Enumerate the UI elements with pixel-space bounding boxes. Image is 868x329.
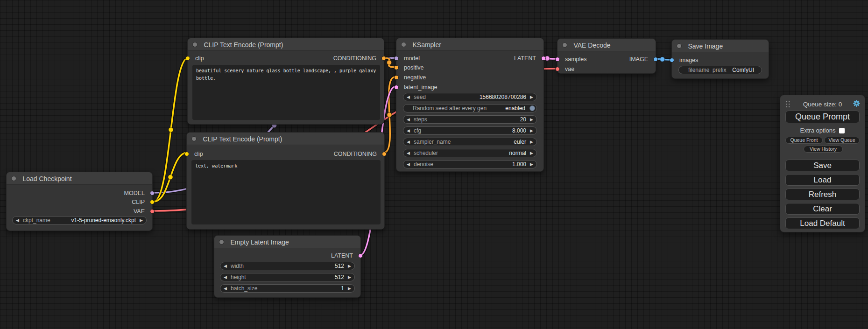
images-input-port[interactable]	[670, 58, 674, 63]
filename-prefix-widget[interactable]: filename_prefix ComfyUI	[678, 66, 762, 74]
node-title: Save Image	[688, 42, 723, 50]
increment-arrow-icon[interactable]: ▶	[530, 138, 533, 146]
collapse-dot-icon[interactable]	[401, 42, 406, 47]
decrement-arrow-icon[interactable]: ◀	[224, 262, 227, 270]
steps-widget[interactable]: ◀ steps 20 ▶	[403, 115, 537, 124]
model-output-port[interactable]	[150, 191, 155, 196]
node-header[interactable]: KSampler	[396, 38, 543, 51]
node-header[interactable]: CLIP Text Encode (Prompt)	[188, 38, 384, 51]
refresh-button[interactable]: Refresh	[785, 189, 860, 200]
node-title: KSampler	[412, 41, 441, 49]
view-history-button[interactable]: View History	[804, 146, 843, 153]
increment-arrow-icon[interactable]: ▶	[140, 217, 143, 224]
settings-gear-icon[interactable]	[853, 99, 861, 107]
cfg-widget[interactable]: ◀ cfg 8.000 ▶	[403, 126, 537, 135]
decrement-arrow-icon[interactable]: ◀	[407, 149, 410, 157]
queue-front-button[interactable]: Queue Front	[785, 137, 823, 144]
node-title: CLIP Text Encode (Prompt)	[204, 41, 283, 49]
positive-prompt-textarea[interactable]: beautiful scenery nature glass bottle la…	[192, 65, 380, 120]
denoise-widget[interactable]: ◀ denoise 1.000 ▶	[403, 160, 537, 168]
input-label-latent-image: latent_image	[404, 84, 438, 91]
node-load-checkpoint[interactable]: Load Checkpoint MODEL CLIP VAE ◀ ckpt_na…	[6, 172, 153, 231]
clip-output-port[interactable]	[150, 200, 155, 204]
collapse-dot-icon[interactable]	[191, 136, 197, 141]
vae-input-port[interactable]	[555, 67, 560, 71]
node-header[interactable]: Load Checkpoint	[7, 172, 152, 185]
latent-output-port[interactable]	[358, 253, 363, 258]
increment-arrow-icon[interactable]: ▶	[348, 262, 351, 270]
height-widget[interactable]: ◀ height 512 ▶	[220, 273, 355, 281]
output-label-vae: VAE	[134, 208, 145, 215]
extra-options-checkbox[interactable]	[839, 128, 845, 133]
negative-prompt-textarea[interactable]: text, watermark	[191, 160, 381, 224]
collapse-dot-icon[interactable]	[219, 239, 224, 245]
conditioning-output-port[interactable]	[382, 152, 387, 156]
increment-arrow-icon[interactable]: ▶	[530, 149, 533, 157]
image-output-port[interactable]	[653, 57, 658, 62]
conditioning-output-port[interactable]	[381, 56, 386, 61]
node-empty-latent-image[interactable]: Empty Latent Image LATENT ◀ width 512 ▶ …	[214, 235, 361, 298]
node-header[interactable]: VAE Decode	[557, 39, 656, 51]
collapse-dot-icon[interactable]	[562, 42, 567, 48]
node-header[interactable]: Save Image	[672, 40, 769, 52]
decrement-arrow-icon[interactable]: ◀	[407, 161, 410, 168]
load-default-button[interactable]: Load Default	[785, 217, 860, 229]
latent-output-port[interactable]	[541, 56, 546, 61]
sampler-name-widget[interactable]: ◀ sampler_name euler ▶	[403, 138, 537, 146]
decrement-arrow-icon[interactable]: ◀	[407, 116, 410, 124]
node-graph-canvas[interactable]: Load Checkpoint MODEL CLIP VAE ◀ ckpt_na…	[0, 0, 868, 329]
node-clip-text-encode-positive[interactable]: CLIP Text Encode (Prompt) clip CONDITION…	[187, 38, 384, 125]
node-header[interactable]: CLIP Text Encode (Prompt)	[187, 133, 384, 145]
decrement-arrow-icon[interactable]: ◀	[407, 127, 410, 135]
save-button[interactable]: Save	[785, 160, 860, 171]
ckpt-name-widget[interactable]: ◀ ckpt_name v1-5-pruned-emaonly.ckpt ▶	[12, 216, 147, 224]
increment-arrow-icon[interactable]: ▶	[530, 116, 533, 124]
load-button[interactable]: Load	[785, 174, 860, 186]
input-label-model: model	[404, 55, 420, 62]
batch-size-widget[interactable]: ◀ batch_size 1 ▶	[220, 284, 355, 293]
widget-label: seed	[414, 93, 426, 101]
decrement-arrow-icon[interactable]: ◀	[224, 273, 227, 281]
vae-output-port[interactable]	[150, 209, 155, 214]
samples-input-port[interactable]	[555, 57, 560, 62]
decrement-arrow-icon[interactable]: ◀	[224, 285, 227, 293]
decrement-arrow-icon[interactable]: ◀	[16, 217, 19, 224]
increment-arrow-icon[interactable]: ▶	[348, 285, 351, 293]
node-clip-text-encode-negative[interactable]: CLIP Text Encode (Prompt) clip CONDITION…	[186, 132, 385, 230]
increment-arrow-icon[interactable]: ▶	[530, 93, 533, 101]
node-vae-decode[interactable]: VAE Decode samples vae IMAGE	[557, 38, 656, 74]
node-save-image[interactable]: Save Image images filename_prefix ComfyU…	[671, 39, 769, 79]
widget-label: steps	[414, 116, 427, 124]
increment-arrow-icon[interactable]: ▶	[530, 161, 533, 168]
decrement-arrow-icon[interactable]: ◀	[407, 138, 410, 146]
queue-size-label: Queue size: 0	[780, 101, 865, 108]
widget-value: 512	[335, 273, 344, 281]
toggle-dot-icon[interactable]	[529, 105, 535, 111]
random-seed-toggle-widget[interactable]: Random seed after every gen enabled	[403, 104, 537, 112]
scheduler-widget[interactable]: ◀ scheduler normal ▶	[403, 149, 537, 157]
widget-label: Random seed after every gen	[413, 105, 487, 112]
negative-input-port[interactable]	[394, 75, 399, 80]
latent-image-input-port[interactable]	[394, 85, 399, 90]
positive-input-port[interactable]	[394, 65, 399, 70]
input-label-vae: vae	[565, 65, 574, 73]
increment-arrow-icon[interactable]: ▶	[530, 127, 533, 135]
node-header[interactable]: Empty Latent Image	[214, 236, 360, 248]
clear-button[interactable]: Clear	[785, 203, 860, 215]
width-widget[interactable]: ◀ width 512 ▶	[220, 262, 355, 270]
increment-arrow-icon[interactable]: ▶	[348, 273, 351, 281]
view-queue-button[interactable]: View Queue	[824, 137, 860, 144]
decrement-arrow-icon[interactable]: ◀	[407, 93, 410, 101]
output-label-conditioning: CONDITIONING	[334, 150, 377, 158]
model-input-port[interactable]	[394, 56, 399, 61]
collapse-dot-icon[interactable]	[192, 42, 198, 47]
queue-prompt-button[interactable]: Queue Prompt	[785, 111, 860, 123]
clip-input-port[interactable]	[185, 56, 190, 61]
collapse-dot-icon[interactable]	[677, 43, 682, 49]
clip-input-port[interactable]	[184, 152, 189, 156]
seed-widget[interactable]: ◀ seed 156680208700286 ▶	[403, 93, 537, 101]
collapse-dot-icon[interactable]	[11, 176, 16, 181]
queue-panel: Queue size: 0 Queue Prompt Extra options…	[780, 95, 865, 232]
node-ksampler[interactable]: KSampler model positive negative latent_…	[396, 38, 544, 172]
widget-value: ComfyUI	[732, 66, 754, 74]
